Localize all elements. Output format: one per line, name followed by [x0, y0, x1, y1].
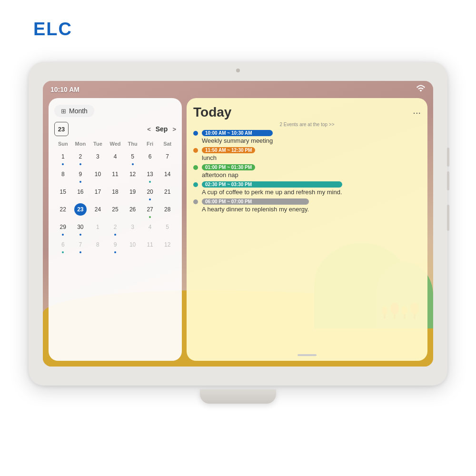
event-item[interactable]: 06:00 PM ~ 07:00 PMA hearty dinner to re… [193, 198, 421, 213]
calendar-cell[interactable]: 14 [159, 167, 176, 184]
calendar-day[interactable]: 3 [91, 150, 104, 163]
calendar-day[interactable]: 4 [144, 221, 156, 233]
calendar-cell[interactable]: 22 [54, 202, 72, 219]
calendar-cell[interactable]: 6 [141, 149, 159, 166]
calendar-day[interactable]: 3 [127, 221, 139, 233]
calendar-day[interactable]: 2 [109, 221, 121, 233]
calendar-day[interactable]: 16 [74, 186, 87, 198]
calendar-cell[interactable]: 7 [159, 149, 176, 166]
calendar-day[interactable]: 29 [57, 221, 69, 233]
calendar-day[interactable]: 26 [127, 203, 139, 216]
calendar-cell[interactable]: 28 [159, 202, 176, 219]
event-item[interactable]: 10:00 AM ~ 10:30 AMWeekly summary meetin… [193, 130, 421, 144]
calendar-cell[interactable]: 24 [89, 202, 107, 219]
day-header-mon: Mon [72, 140, 89, 148]
calendar-cell[interactable]: 11 [141, 238, 159, 254]
calendar-cell[interactable]: 12 [124, 167, 141, 184]
next-month-button[interactable]: > [172, 126, 176, 133]
calendar-cell[interactable]: 10 [89, 167, 107, 184]
calendar-cell[interactable]: 5 [159, 220, 176, 237]
power-button[interactable] [447, 205, 449, 231]
event-item[interactable]: 02:30 PM ~ 03:30 PMA cup of coffee to pe… [193, 181, 421, 196]
calendar-day[interactable]: 20 [144, 186, 156, 198]
calendar-day[interactable]: 1 [57, 150, 69, 163]
calendar-day[interactable]: 21 [161, 186, 174, 198]
calendar-cell[interactable]: 29 [54, 220, 72, 237]
calendar-day[interactable]: 19 [127, 186, 139, 198]
calendar-cell[interactable]: 1 [89, 220, 107, 237]
calendar-day[interactable]: 27 [144, 203, 156, 216]
calendar-day[interactable]: 17 [91, 186, 104, 198]
calendar-cell[interactable]: 12 [159, 238, 176, 254]
prev-month-button[interactable]: < [147, 126, 151, 133]
calendar-cell[interactable]: 15 [54, 185, 72, 201]
calendar-cell[interactable]: 2 [107, 220, 124, 237]
calendar-day[interactable]: 23 [74, 203, 87, 216]
calendar-day[interactable]: 5 [127, 150, 139, 163]
calendar-day[interactable]: 14 [161, 168, 174, 180]
calendar-cell[interactable]: 1 [54, 149, 72, 166]
calendar-cell[interactable]: 3 [89, 149, 107, 166]
calendar-day[interactable]: 30 [74, 221, 87, 233]
calendar-day[interactable]: 12 [127, 168, 139, 180]
month-view-button[interactable]: ⊞ Month [54, 105, 94, 117]
calendar-day[interactable]: 28 [161, 203, 174, 216]
calendar-day[interactable]: 15 [57, 186, 69, 198]
calendar-day[interactable]: 6 [57, 238, 69, 251]
volume-down-button[interactable] [447, 171, 449, 190]
calendar-cell[interactable]: 20 [141, 185, 159, 201]
calendar-day[interactable]: 11 [144, 238, 156, 251]
calendar-day[interactable]: 7 [74, 238, 87, 251]
calendar-day[interactable]: 25 [109, 203, 121, 216]
calendar-cell[interactable]: 23 [72, 202, 89, 219]
calendar-cell[interactable]: 3 [124, 220, 141, 237]
calendar-day[interactable]: 9 [74, 168, 87, 180]
event-title: A hearty dinner to replenish my energy. [202, 206, 309, 213]
calendar-cell[interactable]: 17 [89, 185, 107, 201]
calendar-day[interactable]: 7 [161, 150, 174, 163]
calendar-cell[interactable]: 16 [72, 185, 89, 201]
calendar-cell[interactable]: 8 [89, 238, 107, 254]
calendar-cell[interactable]: 9 [107, 238, 124, 254]
calendar-cell[interactable]: 25 [107, 202, 124, 219]
calendar-day[interactable]: 12 [161, 238, 174, 251]
event-dot-indicator [79, 163, 81, 165]
calendar-day[interactable]: 4 [109, 150, 121, 163]
event-dot-indicator [114, 234, 116, 236]
calendar-day[interactable]: 8 [91, 238, 104, 251]
calendar-cell[interactable]: 5 [124, 149, 141, 166]
more-options-button[interactable]: ··· [413, 107, 421, 118]
calendar-cell[interactable]: 30 [72, 220, 89, 237]
calendar-day[interactable]: 11 [109, 168, 121, 180]
calendar-day[interactable]: 10 [127, 238, 139, 251]
calendar-day[interactable]: 2 [74, 150, 87, 163]
calendar-cell[interactable]: 10 [124, 238, 141, 254]
calendar-cell[interactable]: 13 [141, 167, 159, 184]
calendar-day[interactable]: 8 [57, 168, 69, 180]
calendar-cell[interactable]: 2 [72, 149, 89, 166]
calendar-cell[interactable]: 9 [72, 167, 89, 184]
calendar-cell[interactable]: 7 [72, 238, 89, 254]
calendar-cell[interactable]: 8 [54, 167, 72, 184]
calendar-day[interactable]: 9 [109, 238, 121, 251]
calendar-cell[interactable]: 4 [107, 149, 124, 166]
calendar-cell[interactable]: 27 [141, 202, 159, 219]
calendar-day[interactable]: 22 [57, 203, 69, 216]
event-item[interactable]: 11:50 AM ~ 12:30 PMlunch [193, 147, 421, 161]
calendar-cell[interactable]: 21 [159, 185, 176, 201]
calendar-cell[interactable]: 19 [124, 185, 141, 201]
calendar-cell[interactable]: 26 [124, 202, 141, 219]
calendar-cell[interactable]: 6 [54, 238, 72, 254]
calendar-cell[interactable]: 4 [141, 220, 159, 237]
calendar-day[interactable]: 18 [109, 186, 121, 198]
calendar-cell[interactable]: 11 [107, 167, 124, 184]
calendar-cell[interactable]: 18 [107, 185, 124, 201]
calendar-day[interactable]: 5 [161, 221, 174, 233]
calendar-day[interactable]: 13 [144, 168, 156, 180]
calendar-day[interactable]: 24 [91, 203, 104, 216]
calendar-day[interactable]: 1 [91, 221, 104, 233]
event-item[interactable]: 01:00 PM ~ 01:30 PMaftertoon nap [193, 164, 421, 178]
calendar-day[interactable]: 6 [144, 150, 156, 163]
calendar-day[interactable]: 10 [91, 168, 104, 180]
volume-up-button[interactable] [447, 148, 449, 167]
